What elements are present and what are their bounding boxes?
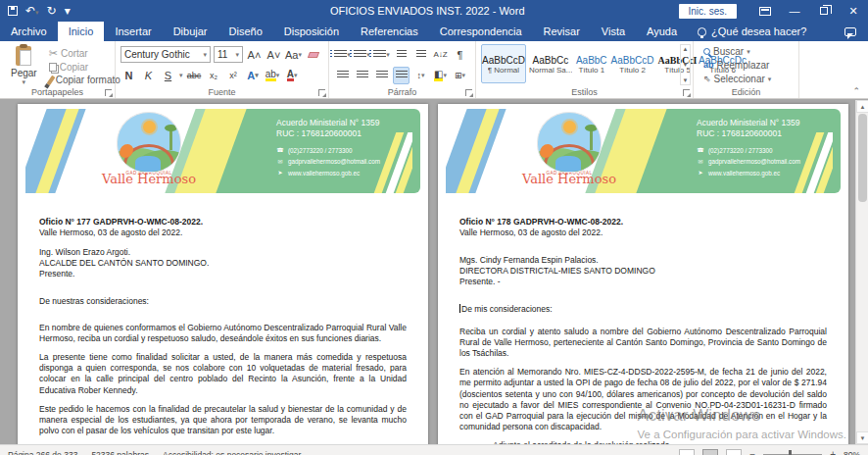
align-left-button[interactable] <box>334 67 351 84</box>
format-painter-button[interactable]: Copiar formato <box>49 75 121 85</box>
find-button[interactable]: Buscar▾ <box>703 44 794 58</box>
grow-font-button[interactable]: A˄ <box>246 46 263 64</box>
tab-revisar[interactable]: Revisar <box>533 22 591 41</box>
styles-more-icon[interactable]: ▼ <box>683 77 689 83</box>
tab-archivo[interactable]: Archivo <box>0 22 58 41</box>
paragraph-launcher-icon[interactable] <box>465 89 472 96</box>
numbered-list-icon <box>354 50 366 59</box>
subscript-button[interactable]: x₂ <box>206 67 222 84</box>
clipboard-launcher-icon[interactable] <box>105 89 112 96</box>
increase-indent-button[interactable] <box>412 46 429 64</box>
align-right-button[interactable] <box>373 67 390 84</box>
styles-scroll-up-icon[interactable]: ▲ <box>683 46 689 52</box>
tab-ayuda[interactable]: Ayuda <box>636 22 688 41</box>
zoom-in-button[interactable]: + <box>830 449 836 455</box>
change-case-button[interactable]: Aa▾ <box>285 46 302 64</box>
document-area[interactable]: Acuerdo Ministerial N° 1359 RUC : 176812… <box>0 100 868 444</box>
logo-title: Valle Hermoso <box>522 173 616 185</box>
style-titulo-5[interactable]: AaBbCcI Título 5 <box>657 44 699 83</box>
highlight-color-button[interactable]: ab▾ <box>265 67 281 84</box>
justify-button[interactable] <box>393 67 410 84</box>
tab-inicio[interactable]: Inicio <box>58 22 105 41</box>
cut-button[interactable]: ✂Cortar <box>49 47 121 60</box>
zoom-level[interactable]: 80% <box>844 450 860 455</box>
font-name-select[interactable]: Century Gothic▾ <box>121 46 211 63</box>
tab-vista[interactable]: Vista <box>591 22 636 41</box>
superscript-button[interactable]: x² <box>225 67 242 84</box>
underline-button[interactable]: S <box>160 67 176 84</box>
bullets-button[interactable]: ▾ <box>334 46 351 64</box>
styles-scroll-down-icon[interactable]: ▼ <box>683 62 689 68</box>
web-layout-button[interactable] <box>726 449 742 455</box>
letter-body[interactable]: Oficio N° 177 GADPRVH-O-WMC-08-2022. Val… <box>39 217 407 444</box>
clear-formatting-button[interactable] <box>305 46 321 64</box>
word-count[interactable]: 52336 palabras <box>91 450 149 455</box>
shading-button[interactable]: ◧▾ <box>432 67 449 84</box>
tab-disposicion[interactable]: Disposición <box>273 22 350 41</box>
italic-button[interactable]: K <box>140 67 157 84</box>
collapse-ribbon-icon[interactable]: ⌃ <box>852 86 860 96</box>
replace-button[interactable]: abReemplazar <box>703 58 794 72</box>
letter-body[interactable]: Oficio N° 178 GADPRVH-O-WMC-08-2022. Val… <box>459 217 827 444</box>
sort-button[interactable]: A↓Z <box>432 46 449 64</box>
undo-icon[interactable]: ↶▾ <box>25 5 39 17</box>
style-normal[interactable]: AaBbCcD ¶ Normal <box>481 44 526 83</box>
tell-me-box[interactable]: ¿Qué desea hacer? <box>688 22 816 41</box>
multilevel-list-button[interactable]: ▾ <box>373 46 390 64</box>
paste-button[interactable]: Pegar ▾ <box>5 44 43 87</box>
decrease-indent-button[interactable] <box>393 46 410 64</box>
style-titulo-2[interactable]: AaBbCcD Título 2 <box>610 44 655 83</box>
zoom-slider-thumb[interactable] <box>789 450 792 455</box>
font-launcher-icon[interactable] <box>318 89 325 96</box>
scroll-down-button[interactable]: ▼ <box>856 431 868 444</box>
ribbon-display-options-button[interactable] <box>750 0 780 22</box>
align-center-button[interactable] <box>354 67 370 84</box>
font-size-select[interactable]: 11▾ <box>214 46 243 63</box>
bold-button[interactable]: N <box>121 67 137 84</box>
page-indicator[interactable]: Página 266 de 333 <box>8 450 77 455</box>
copy-button[interactable]: Copiar <box>49 62 121 73</box>
qat-more-icon[interactable]: ▾ <box>65 5 71 17</box>
print-layout-button[interactable] <box>702 449 718 455</box>
zoom-out-button[interactable]: − <box>749 449 755 455</box>
accessibility-status[interactable]: Accesibilidad: es necesario investigar <box>163 450 301 455</box>
strikethrough-button[interactable]: abc <box>186 67 203 84</box>
document-page-1[interactable]: Acuerdo Ministerial N° 1359 RUC : 176812… <box>18 104 428 444</box>
save-icon[interactable] <box>8 6 18 16</box>
show-marks-button[interactable]: ¶ <box>452 46 468 64</box>
tab-referencias[interactable]: Referencias <box>350 22 429 41</box>
underline-caret-icon[interactable]: ▾ <box>179 72 183 78</box>
numbering-button[interactable]: ▾ <box>354 46 370 64</box>
borders-button[interactable]: ⊞▾ <box>452 67 468 84</box>
font-color-button[interactable]: A▾ <box>284 67 301 84</box>
valle-hermoso-logo: GAD PARROQUIAL Valle Hermoso <box>102 112 196 185</box>
tab-correspondencia[interactable]: Correspondencia <box>429 22 533 41</box>
tab-dibujar[interactable]: Dibujar <box>163 22 218 41</box>
read-mode-button[interactable] <box>679 449 695 455</box>
email-line: gadprvallehermoso@hotmail.com <box>288 156 380 167</box>
styles-launcher-icon[interactable] <box>683 89 690 96</box>
styles-gallery-scroll[interactable]: ▲ ▼ ▼ <box>680 44 691 85</box>
document-page-2[interactable]: Acuerdo Ministerial N° 1359 RUC : 176812… <box>438 104 848 444</box>
group-editing: Buscar▾ abReemplazar ⇖Seleccionar▾ Edici… <box>694 41 799 98</box>
scroll-up-button[interactable]: ▲ <box>856 100 868 113</box>
text-effects-button[interactable]: A▾ <box>245 67 262 84</box>
style-normal-sa[interactable]: AaBbCc Normal Sa... <box>528 44 573 83</box>
signin-button[interactable]: Inic. ses. <box>679 4 737 19</box>
restore-button[interactable] <box>809 0 839 22</box>
shrink-font-button[interactable]: A˅ <box>265 46 282 64</box>
select-button[interactable]: ⇖Seleccionar▾ <box>703 72 794 85</box>
vertical-scrollbar[interactable]: ▲ ▼ <box>855 100 868 444</box>
minimize-button[interactable]: — <box>780 0 809 22</box>
clipboard-icon <box>16 46 31 66</box>
group-paragraph: ▾ ▾ ▾ A↓Z ¶ ↕▾ ◧▾ ⊞▾ Párrafo <box>329 41 476 98</box>
redo-icon[interactable]: ↻ <box>47 5 57 17</box>
web-cursor-icon: ➤ <box>276 168 284 178</box>
comment-icon[interactable] <box>844 27 856 36</box>
close-button[interactable]: ✕ <box>839 0 868 22</box>
tab-insertar[interactable]: Insertar <box>104 22 162 41</box>
style-titulo-1[interactable]: AaBbC Título 1 <box>575 44 608 83</box>
line-spacing-button[interactable]: ↕▾ <box>412 67 429 84</box>
scrollbar-thumb[interactable] <box>858 114 867 202</box>
tab-diseno[interactable]: Diseño <box>218 22 273 41</box>
